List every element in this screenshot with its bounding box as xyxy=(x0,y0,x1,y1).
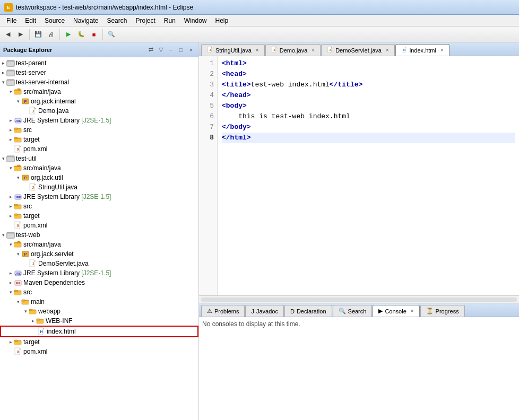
tree-item-jre-2[interactable]: ▸JREJRE System Library [J2SE-1.5] xyxy=(0,192,198,202)
tree-icon-maven-deps: M2 xyxy=(14,278,22,287)
tree-item-jre-1[interactable]: ▸JREJRE System Library [J2SE-1.5] xyxy=(0,116,198,125)
tree-item-src-main-java-2[interactable]: ▾src/main/java xyxy=(0,163,198,173)
svg-text:J: J xyxy=(329,48,331,51)
editor-scrollbar[interactable] xyxy=(199,295,519,303)
toolbar-save-btn[interactable]: 💾 xyxy=(32,29,44,40)
tree-item-test-parent[interactable]: ▸test-parent xyxy=(0,58,198,68)
tree-item-src-1[interactable]: ▸src xyxy=(0,125,198,135)
tree-item-org-jack-servlet[interactable]: ▾Porg.jack.servlet xyxy=(0,249,198,259)
bottom-tab-javadoc[interactable]: J Javadoc xyxy=(245,305,283,317)
editor-tab-DemoServlet[interactable]: JDemoServlet.java× xyxy=(321,44,395,56)
code-editor[interactable]: 12345678 <html><head><title>test-web ind… xyxy=(199,56,519,295)
tree-icon-test-server-internal xyxy=(6,78,15,86)
menu-item-source[interactable]: Source xyxy=(40,16,69,25)
toolbar-run-btn[interactable]: ▶ xyxy=(63,29,74,40)
tree-item-webapp[interactable]: ▾webapp xyxy=(0,307,198,316)
toolbar-back-btn[interactable]: ◀ xyxy=(2,29,14,40)
panel-sync-icon[interactable]: ⇄ xyxy=(146,46,155,54)
tab-close-index[interactable]: × xyxy=(440,47,444,53)
tree-item-target-3[interactable]: ▸target xyxy=(0,337,198,347)
bottom-tab-label-problems: Problems xyxy=(214,308,239,314)
tree-item-WEB-INF[interactable]: ▸WEB-INF xyxy=(0,316,198,326)
menu-item-run[interactable]: Run xyxy=(160,16,180,25)
scrollbar-track[interactable] xyxy=(201,298,517,302)
tab-close-Demo[interactable]: × xyxy=(312,47,315,53)
tree-item-pom-2[interactable]: Xpom.xml xyxy=(0,221,198,230)
bottom-tab-console[interactable]: ▶ Console× xyxy=(373,305,419,317)
tree-item-test-server[interactable]: ▸test-server xyxy=(0,68,198,77)
menu-item-help[interactable]: Help xyxy=(211,16,233,25)
tree-item-test-web[interactable]: ▾test-web xyxy=(0,230,198,240)
tree-arrow-jre-1: ▸ xyxy=(7,118,14,123)
tree-icon-src-main-java-2 xyxy=(14,164,22,172)
bottom-tab-label-javadoc: Javadoc xyxy=(256,308,278,314)
toolbar-debug-btn[interactable]: 🐛 xyxy=(75,29,87,40)
tree-item-src-main-java-3[interactable]: ▾src/main/java xyxy=(0,240,198,249)
menu-item-navigate[interactable]: Navigate xyxy=(69,16,102,25)
tree-item-src-2[interactable]: ▸src xyxy=(0,202,198,211)
toolbar-search-btn[interactable]: 🔍 xyxy=(106,29,117,40)
bottom-tab-icon-console: ▶ xyxy=(378,308,383,314)
tree-item-pom-3[interactable]: Xpom.xml xyxy=(0,347,198,356)
bottom-tab-label-declaration: Declaration xyxy=(297,308,326,314)
bottom-tab-problems[interactable]: ⚠ Problems xyxy=(201,305,245,317)
tab-close-DemoServlet[interactable]: × xyxy=(386,47,389,53)
tree-item-index.html[interactable]: Hindex.html xyxy=(0,326,198,337)
tree-arrow-webapp: ▾ xyxy=(22,309,29,314)
editor-tab-Demo[interactable]: JDemo.java× xyxy=(265,44,321,56)
bottom-tab-close-console[interactable]: × xyxy=(411,308,414,314)
tree-item-pom-1[interactable]: Xpom.xml xyxy=(0,144,198,154)
bottom-tab-progress[interactable]: ⏳ Progress xyxy=(420,305,465,317)
bottom-tab-search[interactable]: 🔍 Search xyxy=(333,305,373,317)
menu-item-file[interactable]: File xyxy=(2,16,21,25)
tree-item-target-2[interactable]: ▸target xyxy=(0,211,198,221)
panel-menu-icon[interactable]: ▽ xyxy=(157,46,165,54)
tree-label-org-jack-servlet: org.jack.servlet xyxy=(31,250,74,258)
tree-item-DemoServlet.java[interactable]: JDemoServlet.java xyxy=(0,259,198,268)
tab-close-StringUtil[interactable]: × xyxy=(256,47,259,53)
tree-item-org-jack-util[interactable]: ▾Porg.jack.util xyxy=(0,173,198,182)
main-layout: Package Explorer ⇄ ▽ − □ × ▸test-parent▸… xyxy=(0,42,519,420)
toolbar-forward-btn[interactable]: ▶ xyxy=(15,29,27,40)
svg-text:JRE: JRE xyxy=(15,196,21,199)
tree-item-Demo.java[interactable]: JDemo.java xyxy=(0,106,198,116)
tree-item-org-jack-internal[interactable]: ▾Porg.jack.internal xyxy=(0,97,198,106)
menu-item-search[interactable]: Search xyxy=(102,16,131,25)
toolbar-stop-btn[interactable]: ■ xyxy=(88,29,100,40)
menu-item-window[interactable]: Window xyxy=(180,16,211,25)
code-line-1: <html> xyxy=(222,58,515,69)
tree-item-main[interactable]: ▾main xyxy=(0,297,198,307)
tree-label-jre-3: JRE System Library [J2SE-1.5] xyxy=(23,269,111,277)
panel-close-icon[interactable]: × xyxy=(187,46,195,54)
editor-tab-StringUtil[interactable]: JStringUtil.java× xyxy=(201,44,265,56)
toolbar-print-btn[interactable]: 🖨 xyxy=(45,29,57,40)
tree-icon-test-server xyxy=(6,68,15,77)
menu-item-project[interactable]: Project xyxy=(131,16,159,25)
svg-rect-70 xyxy=(14,342,21,345)
tree-item-jre-3[interactable]: ▸JREJRE System Library [J2SE-1.5] xyxy=(0,268,198,278)
code-line-7: </body> xyxy=(222,122,515,133)
bottom-tab-label-progress: Progress xyxy=(436,308,459,314)
tree-item-test-util[interactable]: ▾test-util xyxy=(0,154,198,163)
tree-item-StringUtil.java[interactable]: JStringUtil.java xyxy=(0,182,198,192)
panel-minimize-icon[interactable]: − xyxy=(167,46,175,54)
tree-arrow-jre-3: ▸ xyxy=(7,270,14,276)
menu-item-edit[interactable]: Edit xyxy=(21,16,40,25)
tree-icon-test-web xyxy=(6,231,15,239)
code-line-3: <title>test-web index.html</title> xyxy=(222,80,515,90)
bottom-content: No consoles to display at this time. xyxy=(199,317,519,420)
tree-item-test-server-internal[interactable]: ▾test-server-internal xyxy=(0,77,198,87)
bottom-tab-declaration[interactable]: D Declaration xyxy=(284,305,332,317)
tree-item-target-1[interactable]: ▸target xyxy=(0,135,198,144)
tree-item-src-3[interactable]: ▾src xyxy=(0,287,198,297)
code-content[interactable]: <html><head><title>test-web index.html</… xyxy=(218,56,519,295)
title-bar: E testworkspace - test-web/src/main/weba… xyxy=(0,0,519,15)
editor-tab-index[interactable]: Hindex.html× xyxy=(395,44,449,56)
bottom-tabs: ⚠ ProblemsJ JavadocD Declaration🔍 Search… xyxy=(199,303,519,317)
svg-text:J: J xyxy=(32,109,34,113)
tree-item-src-main-java-1[interactable]: ▾src/main/java xyxy=(0,87,198,97)
tree-item-maven-deps[interactable]: ▸M2Maven Dependencies xyxy=(0,278,198,287)
tree-icon-org-jack-servlet: P xyxy=(21,250,30,258)
panel-maximize-icon[interactable]: □ xyxy=(177,46,185,54)
tree-label-target-1: target xyxy=(23,136,40,143)
